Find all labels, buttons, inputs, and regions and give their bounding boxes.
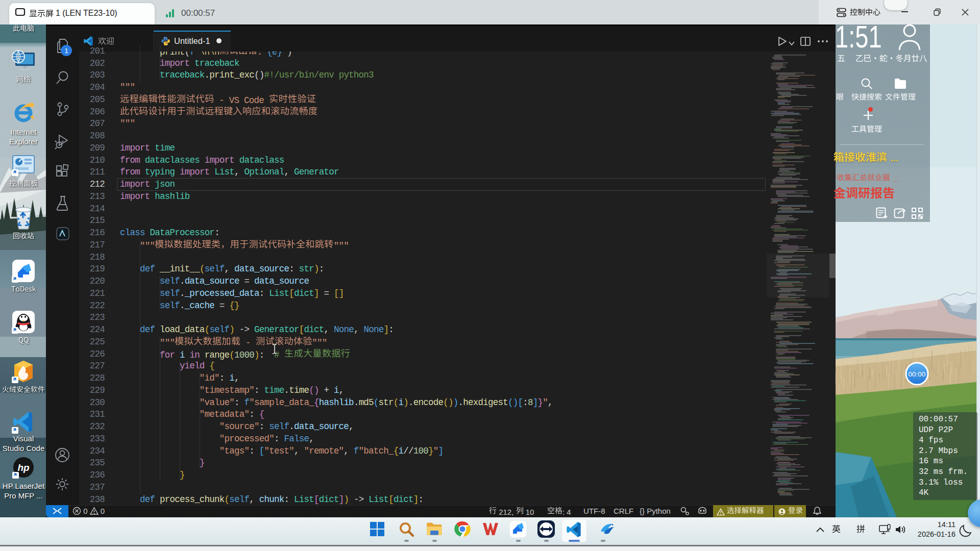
svg-text:00:00: 00:00 [909, 370, 926, 378]
svg-text:1: 1 [64, 47, 68, 55]
svg-text:hp: hp [17, 462, 29, 473]
